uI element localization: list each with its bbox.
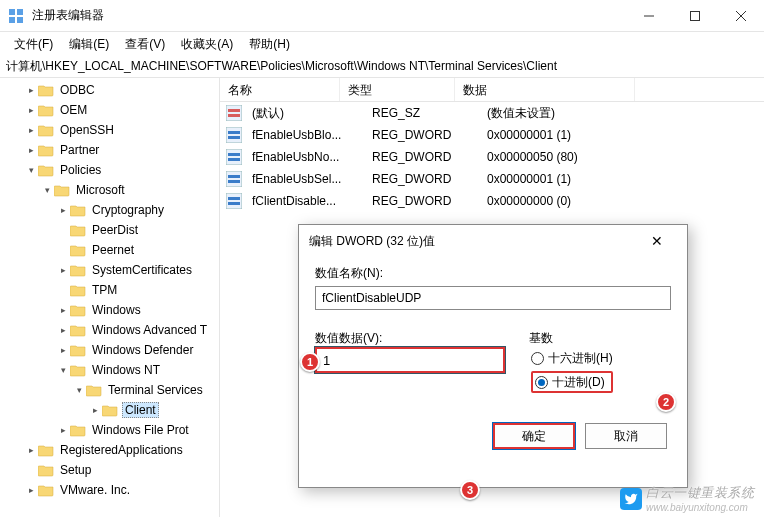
cell-name: fEnableUsbSel...	[244, 172, 364, 186]
expand-icon[interactable]: ▸	[24, 445, 38, 455]
expand-icon[interactable]: ▸	[56, 265, 70, 275]
cell-name: fEnableUsbBlo...	[244, 128, 364, 142]
tree-node[interactable]: TPM	[0, 280, 219, 300]
value-data-label: 数值数据(V):	[315, 330, 505, 347]
tree-node[interactable]: ▸Partner	[0, 140, 219, 160]
tree-label: Policies	[58, 163, 103, 177]
dialog-close-button[interactable]: ✕	[637, 233, 677, 249]
tree-node[interactable]: ▸SystemCertificates	[0, 260, 219, 280]
expand-icon[interactable]: ▸	[24, 105, 38, 115]
ok-button[interactable]: 确定	[493, 423, 575, 449]
tree-label: OpenSSH	[58, 123, 116, 137]
address-bar[interactable]: 计算机\HKEY_LOCAL_MACHINE\SOFTWARE\Policies…	[0, 56, 764, 78]
list-row[interactable]: fEnableUsbSel...REG_DWORD0x00000001 (1)	[220, 168, 764, 190]
col-name[interactable]: 名称	[220, 78, 340, 101]
list-row[interactable]: fClientDisable...REG_DWORD0x00000000 (0)	[220, 190, 764, 212]
list-row[interactable]: fEnableUsbBlo...REG_DWORD0x00000001 (1)	[220, 124, 764, 146]
list-row[interactable]: fEnableUsbNo...REG_DWORD0x00000050 (80)	[220, 146, 764, 168]
value-data-input[interactable]	[315, 347, 505, 373]
svg-rect-8	[226, 105, 242, 121]
cell-type: REG_DWORD	[364, 128, 479, 142]
callout-1: 1	[300, 352, 320, 372]
watermark-text: 白云一键重装系统	[646, 484, 754, 502]
tree-node[interactable]: ▸RegisteredApplications	[0, 440, 219, 460]
watermark-url: www.baiyunxitong.com	[646, 502, 754, 513]
menu-help[interactable]: 帮助(H)	[241, 34, 298, 55]
tree-node[interactable]: Setup	[0, 460, 219, 480]
dialog-titlebar: 编辑 DWORD (32 位)值 ✕	[299, 225, 687, 257]
watermark: 白云一键重装系统 www.baiyunxitong.com	[614, 482, 760, 515]
expand-icon[interactable]: ▸	[56, 345, 70, 355]
expand-icon[interactable]: ▾	[40, 185, 54, 195]
tree-node[interactable]: ▾Terminal Services	[0, 380, 219, 400]
tree-label: Windows Advanced T	[90, 323, 209, 337]
value-name-field[interactable]: fClientDisableUDP	[315, 286, 671, 310]
cell-data: 0x00000001 (1)	[479, 172, 659, 186]
svg-rect-22	[228, 202, 240, 205]
tree-node[interactable]: ▾Windows NT	[0, 360, 219, 380]
tree-node[interactable]: Peernet	[0, 240, 219, 260]
tree-label: PeerDist	[90, 223, 140, 237]
svg-rect-11	[226, 127, 242, 143]
svg-rect-9	[228, 109, 240, 112]
svg-rect-0	[9, 9, 15, 15]
cell-data: 0x00000050 (80)	[479, 150, 659, 164]
tree-label: Microsoft	[74, 183, 127, 197]
path-text: 计算机\HKEY_LOCAL_MACHINE\SOFTWARE\Policies…	[6, 58, 557, 75]
expand-icon[interactable]: ▸	[88, 405, 102, 415]
svg-rect-21	[228, 197, 240, 200]
cell-type: REG_DWORD	[364, 172, 479, 186]
radio-dec[interactable]: 十进制(D)	[531, 371, 613, 393]
tree-label: RegisteredApplications	[58, 443, 185, 457]
menu-edit[interactable]: 编辑(E)	[61, 34, 117, 55]
expand-icon[interactable]: ▾	[24, 165, 38, 175]
tree-label: TPM	[90, 283, 119, 297]
expand-icon[interactable]: ▾	[72, 385, 86, 395]
tree-label: Windows Defender	[90, 343, 195, 357]
tree-label: Windows	[90, 303, 143, 317]
maximize-button[interactable]	[672, 0, 718, 32]
expand-icon[interactable]: ▸	[24, 145, 38, 155]
tree-node[interactable]: ▸OpenSSH	[0, 120, 219, 140]
cancel-button[interactable]: 取消	[585, 423, 667, 449]
tree-label: Windows NT	[90, 363, 162, 377]
tree-node[interactable]: ▸Windows	[0, 300, 219, 320]
radio-hex[interactable]: 十六进制(H)	[531, 347, 671, 369]
radio-hex-label: 十六进制(H)	[548, 350, 613, 367]
tree-node[interactable]: ▸Cryptography	[0, 200, 219, 220]
menu-view[interactable]: 查看(V)	[117, 34, 173, 55]
expand-icon[interactable]: ▸	[24, 125, 38, 135]
menu-favorites[interactable]: 收藏夹(A)	[173, 34, 241, 55]
svg-rect-15	[228, 153, 240, 156]
tree-label: Partner	[58, 143, 101, 157]
tree-label: VMware. Inc.	[58, 483, 132, 497]
expand-icon[interactable]: ▸	[56, 325, 70, 335]
tree-node[interactable]: ▸Windows Advanced T	[0, 320, 219, 340]
expand-icon[interactable]: ▸	[56, 205, 70, 215]
svg-rect-14	[226, 149, 242, 165]
expand-icon[interactable]: ▾	[56, 365, 70, 375]
list-row[interactable]: (默认)REG_SZ(数值未设置)	[220, 102, 764, 124]
tree-node[interactable]: ▸ODBC	[0, 80, 219, 100]
menubar: 文件(F) 编辑(E) 查看(V) 收藏夹(A) 帮助(H)	[0, 32, 764, 56]
tree-view[interactable]: ▸ODBC▸OEM▸OpenSSH▸Partner▾Policies▾Micro…	[0, 78, 220, 517]
tree-node[interactable]: ▸Windows File Prot	[0, 420, 219, 440]
tree-node[interactable]: ▸Client	[0, 400, 219, 420]
expand-icon[interactable]: ▸	[24, 485, 38, 495]
col-data[interactable]: 数据	[455, 78, 635, 101]
tree-node[interactable]: PeerDist	[0, 220, 219, 240]
tree-node[interactable]: ▾Microsoft	[0, 180, 219, 200]
minimize-button[interactable]	[626, 0, 672, 32]
expand-icon[interactable]: ▸	[56, 305, 70, 315]
cell-data: 0x00000001 (1)	[479, 128, 659, 142]
tree-node[interactable]: ▾Policies	[0, 160, 219, 180]
tree-node[interactable]: ▸VMware. Inc.	[0, 480, 219, 500]
tree-node[interactable]: ▸Windows Defender	[0, 340, 219, 360]
svg-rect-5	[691, 11, 700, 20]
expand-icon[interactable]: ▸	[56, 425, 70, 435]
col-type[interactable]: 类型	[340, 78, 455, 101]
tree-node[interactable]: ▸OEM	[0, 100, 219, 120]
menu-file[interactable]: 文件(F)	[6, 34, 61, 55]
close-button[interactable]	[718, 0, 764, 32]
expand-icon[interactable]: ▸	[24, 85, 38, 95]
